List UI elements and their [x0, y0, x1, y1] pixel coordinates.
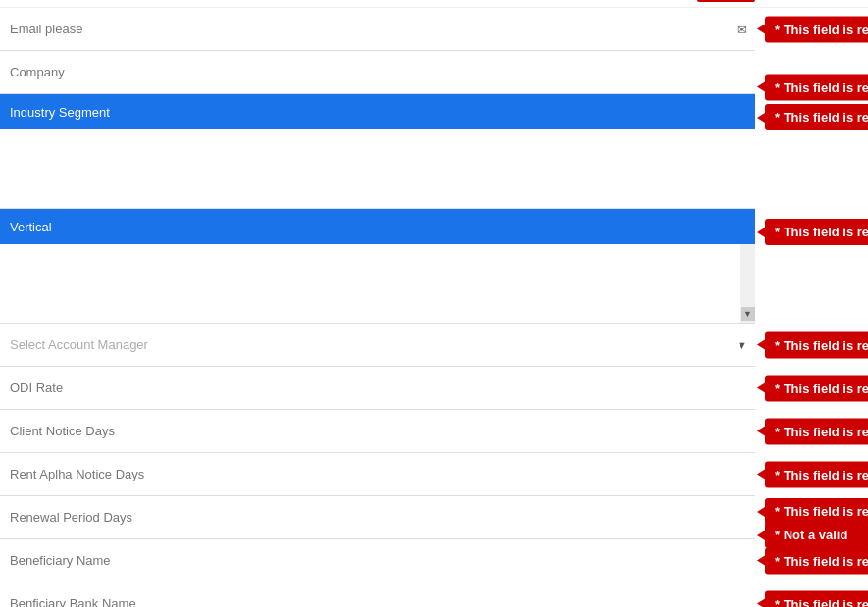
tooltip-arrow	[757, 340, 765, 350]
beneficiary-name-error-tooltip: * This field is required	[765, 547, 868, 574]
rent-alpha-notice-days-row: * This field is required	[0, 453, 755, 496]
vertical-error-tooltip: * This field is required	[765, 219, 868, 245]
renewal-period-required-tooltip: * This field is required	[765, 498, 868, 525]
email-error-tooltip: * This field is required	[765, 16, 868, 42]
renewal-period-valid-tooltip: * Not a valid	[765, 522, 868, 548]
vertical-header[interactable]: Vertical	[0, 209, 755, 244]
tooltip-arrow	[757, 531, 765, 540]
tooltip-arrow	[757, 470, 765, 480]
rent-alpha-error-tooltip: * This field is required	[765, 461, 868, 487]
account-manager-error-tooltip: * This field is required	[765, 331, 868, 358]
industry-segment-header[interactable]: Industry Segment	[0, 94, 755, 129]
tooltip-arrow	[757, 82, 765, 92]
tooltip-arrow	[757, 556, 765, 566]
top-button[interactable]: Button	[697, 0, 755, 2]
vertical-section: Vertical ▼ * This field is required	[0, 209, 755, 324]
odi-rate-row: * This field is required	[0, 367, 755, 410]
client-notice-days-error-tooltip: * This field is required	[765, 418, 868, 444]
company-error-tooltip: * This field is required	[765, 74, 868, 100]
tooltip-arrow	[757, 113, 765, 123]
client-notice-days-row: * This field is required	[0, 410, 755, 453]
client-notice-days-input[interactable]	[0, 410, 755, 452]
odi-rate-error-tooltip: * This field is required	[765, 375, 868, 401]
account-manager-select[interactable]: Select Account Manager	[0, 324, 755, 366]
account-manager-row: Select Account Manager ▼ * This field is…	[0, 324, 755, 367]
vertical-body: ▼	[0, 244, 755, 323]
company-row: * This field is required	[0, 51, 755, 94]
company-input[interactable]	[0, 51, 755, 93]
industry-segment-error-tooltip: * This field is required	[765, 104, 868, 130]
email-icon: ✉	[737, 22, 747, 36]
industry-segment-body	[0, 129, 755, 208]
beneficiary-bank-error-tooltip: * This field is required	[765, 590, 868, 607]
tooltip-arrow	[757, 383, 765, 393]
email-input[interactable]	[0, 8, 755, 50]
tooltip-arrow	[757, 427, 765, 436]
tooltip-arrow	[757, 25, 765, 34]
page-container: Button ✉ * This field is required * This…	[0, 0, 868, 607]
industry-segment-section: Industry Segment * This field is require…	[0, 94, 755, 209]
email-row: ✉ * This field is required	[0, 8, 755, 51]
scroll-down-arrow[interactable]: ▼	[741, 307, 755, 321]
beneficiary-bank-name-input[interactable]	[0, 582, 755, 607]
scrollbar[interactable]: ▼	[740, 244, 755, 323]
tooltip-arrow	[757, 228, 765, 237]
beneficiary-bank-name-row: * This field is required	[0, 582, 755, 607]
tooltip-arrow	[757, 599, 765, 608]
tooltip-arrow	[757, 507, 765, 517]
rent-alpha-notice-days-input[interactable]	[0, 453, 755, 495]
odi-rate-input[interactable]	[0, 367, 755, 409]
beneficiary-name-input[interactable]	[0, 539, 755, 582]
renewal-period-days-input[interactable]	[0, 496, 755, 538]
renewal-period-days-row: * This field is required * Not a valid	[0, 496, 755, 539]
beneficiary-name-row: * This field is required	[0, 539, 755, 582]
